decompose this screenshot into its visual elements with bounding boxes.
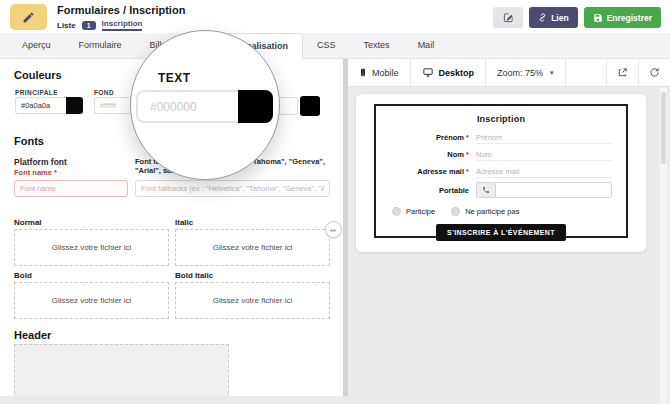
link-button[interactable]: Lien <box>529 7 577 28</box>
radio-ne-participe-pas-label: Ne participe pas <box>465 207 519 216</box>
text-color-input-magnified[interactable] <box>136 90 238 123</box>
fond-label: FOND <box>94 89 114 96</box>
tab-formulaire[interactable]: Formulaire <box>65 33 136 58</box>
tab-apercu[interactable]: Aperçu <box>8 33 65 58</box>
principale-color-input[interactable] <box>15 97 66 114</box>
portable-field-group <box>476 182 612 198</box>
radio-participe-label: Participe <box>406 207 435 216</box>
colors-section-title: Couleurs <box>14 69 62 81</box>
tab-css[interactable]: CSS <box>303 33 350 58</box>
radio-ne-participe-pas[interactable]: Ne participe pas <box>451 207 519 216</box>
platform-font-label: Platform font <box>14 157 67 167</box>
phone-handset-icon <box>482 186 490 194</box>
save-button[interactable]: Enregistrer <box>584 7 661 28</box>
principale-label: PRINCIPALE <box>15 89 58 96</box>
nom-label: Nom * <box>390 150 476 159</box>
form-row-nom: Nom * <box>390 147 612 162</box>
portable-input[interactable] <box>495 182 612 198</box>
participation-radio-group: Participe Ne participe pas <box>392 207 612 216</box>
app-header: Formulaires / Inscription Liste 1 Inscri… <box>0 0 670 33</box>
portable-label: Portable <box>390 186 476 195</box>
nom-input[interactable] <box>476 149 612 161</box>
dropzone-bold-italic[interactable]: Glissez votre fichier ici <box>175 282 330 319</box>
export-icon <box>617 67 628 78</box>
font-name-label: Font name * <box>14 168 57 177</box>
refresh-button[interactable] <box>638 59 670 86</box>
link-icon <box>538 13 547 22</box>
principale-color-swatch[interactable] <box>66 97 83 114</box>
font-name-required-mark: * <box>54 168 57 177</box>
liste-link[interactable]: Liste <box>57 21 76 30</box>
form-row-portable: Portable <box>390 181 612 199</box>
form-logo <box>10 4 47 30</box>
current-form-tab[interactable]: Inscription <box>102 19 143 31</box>
form-preview-card: Inscription Prénom * Nom * Adresse mail … <box>374 104 628 238</box>
mobile-toggle[interactable]: Mobile <box>348 59 411 86</box>
radio-participe[interactable]: Participe <box>392 207 435 216</box>
link-button-label: Lien <box>551 13 568 23</box>
header-section-title: Header <box>14 329 51 341</box>
form-row-adresse-mail: Adresse mail * <box>390 164 612 179</box>
desktop-toggle-label: Desktop <box>439 68 475 78</box>
zoom-level-value: Zoom: 75% <box>497 68 543 78</box>
adresse-mail-label-text: Adresse mail <box>417 167 464 176</box>
adresse-mail-label: Adresse mail * <box>390 167 476 176</box>
save-button-label: Enregistrer <box>607 13 652 23</box>
header-dropzone[interactable] <box>14 344 229 396</box>
magnifier-lens: TEXT <box>130 30 280 180</box>
export-button[interactable] <box>606 59 638 86</box>
mobile-phone-icon <box>359 67 367 78</box>
form-row-prenom: Prénom * <box>390 130 612 145</box>
dropzone-normal[interactable]: Glissez votre fichier ici <box>14 229 169 266</box>
submit-button[interactable]: S'INSCRIRE À L'ÉVÉNEMENT <box>436 224 566 241</box>
radio-circle-icon <box>451 207 460 216</box>
fonts-section-title: Fonts <box>14 135 44 147</box>
nom-label-text: Nom <box>447 150 464 159</box>
refresh-icon <box>649 67 660 78</box>
edit-button[interactable] <box>493 7 523 28</box>
dropzone-italic-label: Italic <box>175 218 193 227</box>
dropzone-bold-italic-label: Bold Italic <box>175 271 213 280</box>
font-fallbacks-input[interactable] <box>135 180 330 197</box>
submit-row: S'INSCRIRE À L'ÉVÉNEMENT <box>390 224 612 241</box>
dropzone-bold[interactable]: Glissez votre fichier ici <box>14 282 169 319</box>
main-tab-bar: Aperçu Formulaire Billetterie Personnali… <box>0 33 670 59</box>
pencil-square-icon <box>503 12 514 23</box>
font-name-input[interactable] <box>14 180 128 197</box>
adresse-mail-required-mark: * <box>466 167 469 176</box>
phone-prefix-box <box>476 182 495 198</box>
tab-mail[interactable]: Mail <box>404 33 449 58</box>
dropzone-bold-label: Bold <box>14 271 32 280</box>
text-color-swatch[interactable] <box>300 96 320 116</box>
text-color-field-magnified <box>136 90 273 123</box>
desktop-toggle[interactable]: Desktop <box>411 59 487 86</box>
preview-toolbar: Mobile Desktop Zoom: 75% ▾ <box>348 59 670 87</box>
scrollbar-thumb[interactable] <box>661 92 666 164</box>
prenom-label: Prénom * <box>390 133 476 142</box>
adresse-mail-input[interactable] <box>476 166 612 178</box>
scrollbar[interactable] <box>660 88 667 404</box>
toolbar-spacer <box>566 59 606 86</box>
mobile-toggle-label: Mobile <box>372 68 399 78</box>
principale-color-field <box>15 97 83 114</box>
dropzone-normal-label: Normal <box>14 218 42 227</box>
radio-circle-icon <box>392 207 401 216</box>
prenom-label-text: Prénom <box>436 133 464 142</box>
prenom-required-mark: * <box>466 133 469 142</box>
panel-collapse-handle[interactable]: ◂▸ <box>325 221 342 238</box>
chevron-down-icon: ▾ <box>550 69 554 77</box>
nom-required-mark: * <box>466 150 469 159</box>
header-actions: Lien Enregistrer <box>493 7 661 28</box>
prenom-input[interactable] <box>476 132 612 144</box>
tab-textes[interactable]: Textes <box>350 33 404 58</box>
desktop-monitor-icon <box>422 67 434 78</box>
liste-count-badge: 1 <box>82 21 96 30</box>
text-color-label-magnified: TEXT <box>158 71 191 85</box>
breadcrumb: Liste 1 Inscription <box>57 19 142 31</box>
text-color-swatch-magnified[interactable] <box>238 90 273 123</box>
panel-divider[interactable] <box>343 59 348 396</box>
form-title: Inscription <box>390 114 612 124</box>
preview-surface: Inscription Prénom * Nom * Adresse mail … <box>356 94 646 252</box>
zoom-dropdown[interactable]: Zoom: 75% ▾ <box>486 59 566 86</box>
dropzone-italic[interactable]: Glissez votre fichier ici <box>175 229 330 266</box>
